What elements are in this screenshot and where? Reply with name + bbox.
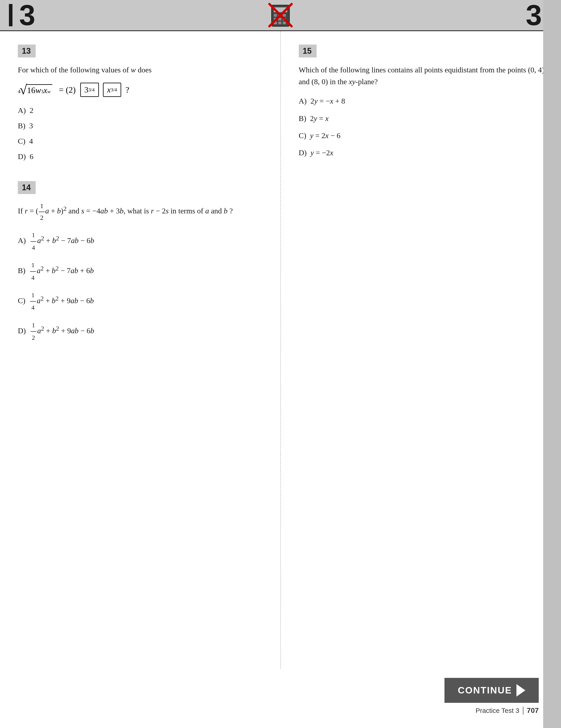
page-label: Practice Test 3 xyxy=(475,707,519,714)
left-column: 13 For which of the following values of … xyxy=(0,31,281,669)
question-13-choices: A) 2 B) 3 C) 4 D) 6 xyxy=(18,104,265,164)
continue-button[interactable]: CONTINUE xyxy=(444,678,539,703)
question-13: 13 For which of the following values of … xyxy=(18,45,265,163)
radical-expr: 4 √ 16w3xw xyxy=(18,83,52,96)
question-13-number: 13 xyxy=(18,45,36,57)
q13-choice-d: D) 6 xyxy=(18,150,265,163)
main-content: 13 For which of the following values of … xyxy=(0,31,561,669)
q15-choice-a: A) 2y = −x + 8 xyxy=(299,94,546,108)
q13-choice-b: B) 3 xyxy=(18,119,265,133)
page-header: 3 xyxy=(0,0,561,31)
question-14-choices: A) 14a2 + b2 − 7ab − 6b B) 14a2 + b2 − 7… xyxy=(18,229,265,343)
continue-arrow-icon xyxy=(516,684,525,697)
question-15-choices: A) 2y = −x + 8 B) 2y = x C) y = 2x − 6 D… xyxy=(299,94,546,160)
bracket-x: x3/4 xyxy=(103,83,121,97)
q13-choice-a: A) 2 xyxy=(18,104,265,117)
question-14-text: If r = (12a + b)2 and s = −4ab + 3b, wha… xyxy=(18,201,265,223)
q14-choice-a: A) 14a2 + b2 − 7ab − 6b xyxy=(18,229,265,253)
question-13-text: For which of the following values of w d… xyxy=(18,64,265,76)
q15-choice-b: B) 2y = x xyxy=(299,112,546,125)
header-bar-left xyxy=(9,4,12,26)
q14-choice-b: B) 14a2 + b2 − 7ab + 6b xyxy=(18,260,265,283)
q13-choice-c: C) 4 xyxy=(18,134,265,148)
question-13-equation: 4 √ 16w3xw = (2) 33/4 xyxy=(18,83,265,97)
question-15: 15 Which of the following lines contains… xyxy=(299,45,546,160)
footer-area: CONTINUE Practice Test 3 707 xyxy=(0,669,561,728)
question-14-number: 14 xyxy=(18,181,36,194)
bracket-3: 33/4 xyxy=(80,83,99,97)
header-center xyxy=(266,1,295,30)
footer-divider xyxy=(523,707,523,715)
right-sidebar xyxy=(543,0,561,728)
question-15-text: Which of the following lines contains al… xyxy=(299,64,546,88)
header-number-left: 3 xyxy=(19,1,35,30)
page-footer: Practice Test 3 707 xyxy=(475,706,539,715)
page-number: 707 xyxy=(527,706,539,715)
q15-choice-c: C) y = 2x − 6 xyxy=(299,129,546,142)
continue-label: CONTINUE xyxy=(458,685,512,696)
q14-choice-c: C) 14a2 + b2 + 9ab − 6b xyxy=(18,290,265,313)
question-14: 14 If r = (12a + b)2 and s = −4ab + 3b, … xyxy=(18,181,265,343)
q14-choice-d: D) 12a2 + b2 + 9ab − 6b xyxy=(18,320,265,344)
q15-choice-d: D) y = −2x xyxy=(299,146,546,160)
question-15-number: 15 xyxy=(299,45,317,57)
svg-rect-10 xyxy=(283,22,286,24)
no-calculator-icon xyxy=(266,1,295,30)
header-left: 3 xyxy=(9,1,35,30)
header-number-right: 3 xyxy=(526,1,542,30)
svg-rect-2 xyxy=(274,14,277,17)
right-column: 15 Which of the following lines contains… xyxy=(281,31,561,669)
svg-rect-9 xyxy=(278,22,281,24)
